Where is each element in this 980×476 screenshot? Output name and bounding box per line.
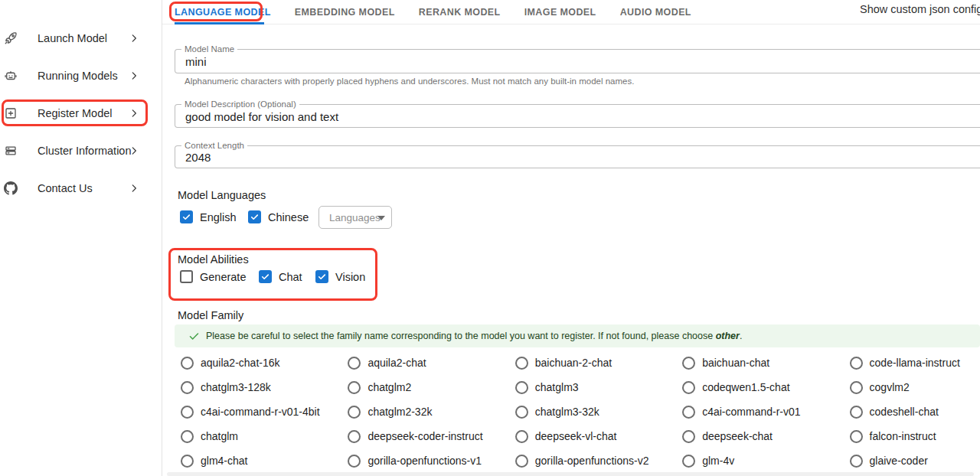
tab-embedding-model[interactable]: EMBEDDING MODEL [295,7,395,18]
radio-unchecked-icon [850,430,863,443]
sidebar-item-register-model[interactable]: Register Model [0,101,150,126]
model-name-field[interactable]: Model Name mini [175,49,980,73]
radio-unchecked-icon [515,455,528,468]
check-icon [188,331,200,342]
language-checkbox-chinese[interactable]: Chinese [248,210,309,223]
model-type-tabs: LANGUAGE MODEL EMBEDDING MODEL RERANK MO… [175,0,691,24]
radio-unchecked-icon [682,357,695,370]
family-radio-option[interactable]: glaive-coder [844,448,980,473]
radio-unchecked-icon [515,430,528,443]
family-radio-option[interactable]: falcon-instruct [844,424,980,448]
add-square-icon [4,106,18,120]
family-radio-option[interactable]: chatglm3 [509,375,676,399]
languages-select[interactable]: Languages [318,206,392,229]
show-json-config-link[interactable]: Show custom json config used b [860,3,980,15]
radio-unchecked-icon [515,381,528,394]
family-radio-option[interactable]: glm-4v [676,448,843,473]
family-radio-option[interactable]: aquila2-chat-16k [175,350,341,375]
family-radio-option[interactable]: aquila2-chat [341,350,508,375]
radio-unchecked-icon [181,455,194,468]
family-radio-option[interactable]: c4ai-command-r-v01 [676,399,843,424]
radio-unchecked-icon [348,406,361,419]
radio-unchecked-icon [850,406,863,419]
radio-unchecked-icon [682,430,695,443]
model-name-label: Model Name [181,44,237,54]
radio-unchecked-icon [348,430,361,443]
family-radio-option[interactable]: deepseek-coder-instruct [341,424,508,448]
family-radio-option[interactable]: gorilla-openfunctions-v1 [341,448,508,473]
sidebar-item-launch-model[interactable]: Launch Model [0,26,150,51]
checkbox-checked-icon [248,210,261,223]
family-radio-option[interactable]: chatglm2 [341,375,508,399]
checkbox-checked-icon [259,270,272,283]
radio-unchecked-icon [515,406,528,419]
family-radio-option[interactable]: baichuan-chat [676,350,843,375]
ability-checkbox-generate[interactable]: Generate [180,270,246,283]
bottom-divider [167,472,974,476]
model-abilities-heading: Model Abilities [178,253,249,266]
sidebar-item-label: Cluster Information [38,145,132,157]
family-radio-option[interactable]: chatglm [175,424,341,448]
family-radio-option[interactable]: c4ai-command-r-v01-4bit [175,399,341,424]
chevron-right-icon [129,183,139,194]
tab-audio-model[interactable]: AUDIO MODEL [620,7,691,18]
checkbox-checked-icon [315,270,328,283]
sidebar-item-label: Running Models [38,70,118,82]
context-length-value: 2048 [185,151,211,164]
ability-checkbox-vision[interactable]: Vision [315,270,365,283]
model-description-value: good model for vision and text [185,109,338,122]
family-radio-option[interactable]: gorilla-openfunctions-v2 [509,448,676,473]
family-radio-option[interactable]: glm4-chat [175,448,341,473]
checkbox-unchecked-icon [180,270,193,283]
radio-unchecked-icon [348,455,361,468]
context-length-field[interactable]: Context Length 2048 [175,145,980,168]
model-family-alert-text: Please be careful to select the family n… [206,331,742,341]
tab-rerank-model[interactable]: RERANK MODEL [419,7,501,18]
family-radio-option[interactable]: chatglm2-32k [341,399,508,424]
model-name-helper: Alphanumeric characters with properly pl… [185,77,634,86]
model-languages-heading: Model Languages [178,189,266,201]
radio-unchecked-icon [850,381,863,394]
family-radio-option[interactable]: chatglm3-32k [509,399,676,424]
robot-icon [4,69,18,83]
family-radio-option[interactable]: deepseek-vl-chat [509,424,676,448]
radio-unchecked-icon [515,357,528,370]
sidebar: Launch Model Running Models [0,0,162,476]
radio-unchecked-icon [850,357,863,370]
chevron-right-icon [129,145,139,156]
family-radio-option[interactable]: chatglm3-128k [175,375,341,399]
active-tab-indicator [175,22,264,24]
sidebar-item-label: Launch Model [38,32,107,44]
language-checkbox-english[interactable]: English [180,210,237,223]
sidebar-divider [162,0,162,476]
model-description-field[interactable]: Model Description (Optional) good model … [175,104,980,128]
sidebar-item-cluster-information[interactable]: Cluster Information [0,139,150,163]
sidebar-item-label: Register Model [38,107,113,119]
tab-language-model[interactable]: LANGUAGE MODEL [175,7,271,18]
family-radio-option[interactable]: cogvlm2 [844,375,980,399]
sidebar-item-contact-us[interactable]: Contact Us [0,176,150,201]
family-radio-option[interactable]: code-llama-instruct [844,350,980,375]
model-family-options: aquila2-chat-16k aquila2-chat baichuan-2… [175,350,980,473]
chevron-right-icon [129,70,139,81]
rocket-icon [4,31,18,45]
radio-unchecked-icon [682,455,695,468]
family-radio-option[interactable]: deepseek-chat [676,424,843,448]
chevron-right-icon [129,33,139,44]
radio-unchecked-icon [181,430,194,443]
chevron-right-icon [129,108,139,119]
server-icon [4,144,18,158]
family-radio-option[interactable]: codeshell-chat [844,399,980,424]
sidebar-item-running-models[interactable]: Running Models [0,64,150,88]
checkbox-checked-icon [180,210,193,223]
radio-unchecked-icon [181,381,194,394]
radio-unchecked-icon [682,381,695,394]
ability-checkbox-chat[interactable]: Chat [259,270,302,283]
family-radio-option[interactable]: baichuan-2-chat [509,350,676,375]
radio-unchecked-icon [682,406,695,419]
dropdown-caret-icon [377,215,385,221]
model-description-label: Model Description (Optional) [181,99,299,109]
family-radio-option[interactable]: codeqwen1.5-chat [676,375,843,399]
tab-image-model[interactable]: IMAGE MODEL [524,7,596,18]
radio-unchecked-icon [850,455,863,468]
